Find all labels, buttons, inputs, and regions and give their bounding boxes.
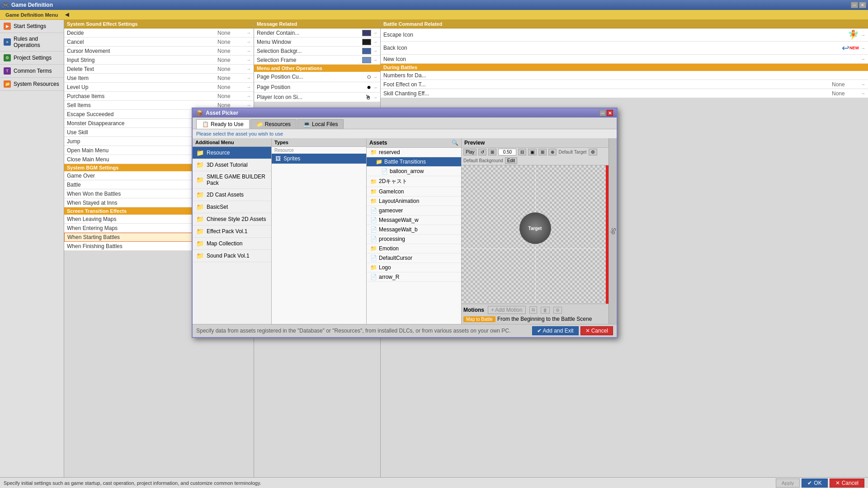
additional-menu-item-effect-pack[interactable]: 📁Effect Pack Vol.1 [193, 225, 271, 238]
additional-menu-item-smile-pack[interactable]: 📁SMILE GAME BUILDER Pack [193, 171, 271, 189]
cancel-bar-button[interactable]: ✕ Cancel [830, 479, 864, 488]
frame-button[interactable]: ▣ [528, 149, 537, 155]
asset-item[interactable]: 📁Logo [367, 263, 461, 272]
col1-row[interactable]: Cursor MovementNone→ [64, 47, 254, 56]
additional-menu-item-map-collection[interactable]: 📁Map Collection [193, 238, 271, 250]
folder-icon: 📁 [196, 203, 204, 211]
asset-item[interactable]: 📄DefaultCursor [367, 253, 461, 263]
refresh-button[interactable]: ↺ [478, 149, 486, 155]
assets-search-icon[interactable]: 🔍 [452, 140, 458, 146]
asset-item[interactable]: 📄gameover [367, 206, 461, 216]
status-bar: Specify initial settings such as game st… [0, 477, 868, 488]
ok-button[interactable]: ✔ OK [802, 479, 827, 488]
additional-menu-item-2d-cast[interactable]: 📁2D Cast Assets [193, 189, 271, 201]
sidebar-item-common-terms[interactable]: T Common Terms [0, 65, 64, 78]
col2-row[interactable]: Selection Frame→ [254, 56, 380, 65]
asset-item[interactable]: 📁2Dキャスト [367, 176, 461, 187]
menu-bar: Game Definition Menu ◀ [0, 10, 868, 20]
other-row[interactable]: Player Icon on Si...🖱→ [254, 93, 380, 102]
col3-row[interactable]: Escape Icon🧚→ [381, 28, 868, 42]
tab-ready-to-use[interactable]: 📋 Ready to Use [196, 119, 250, 129]
circle-empty-icon: ○ [367, 73, 371, 81]
additional-menu-item-3d-tutorial[interactable]: 📁3D Asset Tutorial [193, 159, 271, 171]
dialog-minimize-button[interactable]: ─ [599, 110, 606, 116]
asset-item[interactable]: 📁Battle Transitions [367, 157, 461, 167]
add-exit-label: Add and Exit [543, 328, 574, 334]
asset-folder-icon: 📁 [370, 178, 377, 185]
asset-item[interactable]: 📁LayoutAnimation [367, 197, 461, 206]
sidebar-item-project-settings[interactable]: ⚙ Project Settings [0, 52, 64, 65]
resources-icon: 📁 [4, 80, 11, 88]
apply-button[interactable]: Apply [776, 479, 800, 488]
dialog-cancel-button[interactable]: ✕ Cancel [580, 326, 613, 335]
asset-item[interactable]: 📁Emotion [367, 244, 461, 253]
minimize-button[interactable]: ─ [851, 2, 858, 8]
add-motion-button[interactable]: + Add Motion [488, 306, 526, 314]
sidebar-item-start-settings[interactable]: ▶ Start Settings [0, 20, 64, 33]
grid-button[interactable]: ⊞ [538, 149, 547, 155]
asset-item[interactable]: 📄MessageWait_b [367, 225, 461, 235]
folder-icon: 📁 [196, 149, 204, 156]
additional-menu-item-chinese-style[interactable]: 📁Chinese Style 2D Assets [193, 213, 271, 225]
edit-button[interactable]: Edit [505, 157, 517, 164]
asset-item-label: GameIcon [379, 188, 404, 195]
zoom-out-button[interactable]: ⊟ [518, 149, 526, 155]
asset-item[interactable]: 📁reserved [367, 148, 461, 157]
asset-item[interactable]: 📄balloon_arrow [367, 167, 461, 176]
additional-menu-item-resource[interactable]: 📁Resource [193, 147, 271, 159]
close-button[interactable]: ✕ [859, 2, 866, 8]
folder-icon: 📁 [196, 191, 204, 198]
collapse-icon[interactable]: ◀ [61, 12, 72, 18]
other-row[interactable]: Page Position●→ [254, 82, 380, 93]
folder-icon: 📁 [196, 240, 204, 247]
motions-section: Motions + Add Motion ⧉ 🗑 ⚙ Map to Battle… [462, 304, 609, 324]
col2-row[interactable]: Selection Backgr...→ [254, 47, 380, 56]
app-title: Game Definition [11, 2, 53, 8]
ok-check-icon: ✔ [807, 480, 812, 486]
tab-resources-label: Resources [265, 121, 291, 127]
play-button[interactable]: Play [463, 149, 476, 155]
tab-resources[interactable]: 📁 Resources [250, 119, 297, 129]
type-item-sprites[interactable]: 🖼Sprites [272, 154, 366, 164]
motion-delete-button[interactable]: 🗑 [541, 307, 550, 314]
asset-item-label: balloon_arrow [390, 168, 424, 174]
tab-local-label: Local Files [312, 121, 338, 127]
asset-item[interactable]: 📄arrow_R [367, 272, 461, 282]
col1-row[interactable]: Delete TextNone→ [64, 65, 254, 74]
other-row[interactable]: Page Position Cu...○→ [254, 72, 380, 82]
sidebar-item-system-resources[interactable]: 📁 System Resources [0, 78, 64, 91]
asset-item[interactable]: 📄MessageWait_w [367, 216, 461, 225]
col1-row[interactable]: DecideNone→ [64, 28, 254, 38]
col3-row[interactable]: New Icon→ [381, 55, 868, 64]
col1-row[interactable]: CancelNone→ [64, 38, 254, 47]
motion-copy-button[interactable]: ⧉ [529, 306, 537, 314]
zoom-in-button[interactable]: ⊞ [488, 149, 496, 155]
col1-row[interactable]: Level UpNone→ [64, 83, 254, 92]
dialog-close-button[interactable]: ✕ [607, 110, 613, 116]
col1-row[interactable]: Input StringNone→ [64, 56, 254, 65]
during-row[interactable]: Numbers for Da... [381, 71, 868, 80]
target-button[interactable]: ⊕ [548, 149, 557, 155]
col2-row[interactable]: Render Contain...→ [254, 28, 380, 38]
col2-row[interactable]: Menu Window→ [254, 38, 380, 47]
during-row[interactable]: Skill Chanting Eff...None→ [381, 89, 868, 98]
types-items: 🖼Sprites [272, 154, 366, 164]
asset-item[interactable]: 📁GameIcon [367, 187, 461, 197]
zoom-value[interactable] [498, 149, 516, 155]
tab-local-files[interactable]: 💻 Local Files [297, 119, 344, 129]
during-row[interactable]: Foot Effect on T...None→ [381, 80, 868, 89]
col3-row[interactable]: Back Icon↩NEW→ [381, 42, 868, 55]
col1-row[interactable]: Purchase ItemsNone→ [64, 92, 254, 101]
additional-menu-item-basicset[interactable]: 📁BasicSet [193, 201, 271, 213]
motion-settings-button[interactable]: ⚙ [553, 307, 562, 314]
col1-row[interactable]: Use ItemNone→ [64, 74, 254, 83]
asset-item-label: MessageWait_w [379, 217, 419, 223]
add-and-exit-button[interactable]: ✔ Add and Exit [532, 326, 579, 335]
new-badge: NEW [849, 46, 859, 50]
menu-label[interactable]: Game Definition Menu [2, 12, 61, 18]
sidebar-item-rules-operations[interactable]: ≡ Rules and Operations [0, 33, 64, 52]
additional-menu-item-sound-pack[interactable]: 📁Sound Pack Vol.1 [193, 250, 271, 262]
menu-item-label: 3D Asset Tutorial [207, 162, 248, 168]
target-settings-button[interactable]: ⚙ [589, 149, 597, 155]
asset-item[interactable]: 📄processing [367, 235, 461, 244]
